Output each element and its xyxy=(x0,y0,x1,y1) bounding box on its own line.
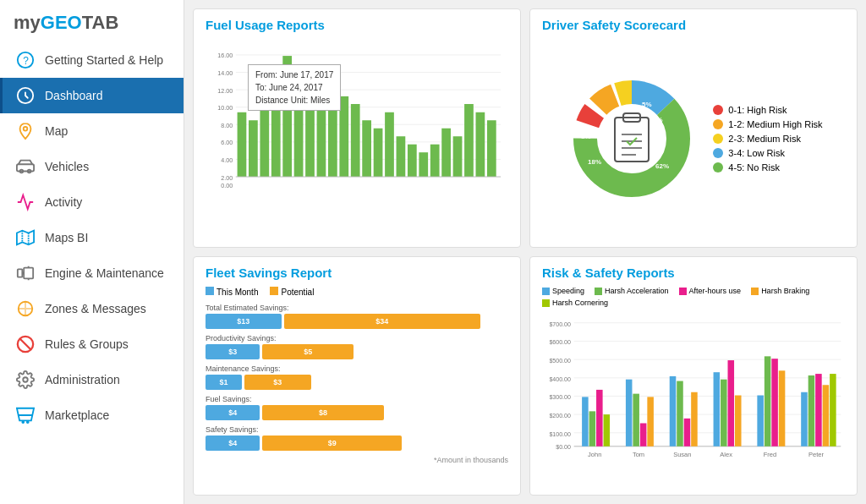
driver-safety-title: Driver Safety Scorecard xyxy=(542,18,845,32)
svg-rect-53 xyxy=(476,112,485,177)
svg-text:16.00: 16.00 xyxy=(217,53,233,60)
tooltip-line3: Distance Unit: Miles xyxy=(255,94,333,107)
harsh-braking-sq xyxy=(751,288,759,295)
sidebar-item-activity[interactable]: Activity xyxy=(0,184,184,220)
svg-rect-113 xyxy=(779,370,786,446)
medium-risk-dot xyxy=(713,134,723,144)
activity-icon xyxy=(14,191,36,213)
fleet-savings-panel: Fleet Savings Report This Month Potentia… xyxy=(193,256,521,496)
svg-rect-48 xyxy=(419,152,428,177)
maintenance-savings-section: Maintenance Savings: $1 $3 xyxy=(206,364,508,390)
harsh-accel-label: Harsh Acceleration xyxy=(605,287,669,295)
sidebar-item-marketplace[interactable]: Marketplace xyxy=(0,397,184,433)
no-risk-label: 4-5: No Risk xyxy=(728,162,780,173)
safety-potential-bar: $9 xyxy=(262,436,402,451)
maps-bi-icon xyxy=(14,227,36,249)
svg-text:7%: 7% xyxy=(653,116,663,123)
main-content: Fuel Usage Reports From: June 17, 2017 T… xyxy=(184,0,866,504)
svg-rect-8 xyxy=(24,268,33,279)
this-month-legend: This Month xyxy=(206,287,258,297)
svg-text:$600.00: $600.00 xyxy=(549,339,571,345)
sidebar-item-vehicles[interactable]: Vehicles xyxy=(0,149,184,184)
harsh-accel-sq xyxy=(595,288,602,295)
svg-text:?: ? xyxy=(23,55,29,67)
safety-savings-section: Safety Savings: $4 $9 xyxy=(206,425,508,451)
svg-text:$200.00: $200.00 xyxy=(549,413,571,419)
fleet-footnote: *Amount in thousands xyxy=(206,456,508,464)
svg-text:4.00: 4.00 xyxy=(221,157,233,164)
fuel-savings-section: Fuel Savings: $4 $8 xyxy=(206,395,508,420)
svg-rect-118 xyxy=(823,385,830,446)
low-risk-label: 3-4: Low Risk xyxy=(728,148,785,158)
svg-rect-117 xyxy=(815,374,822,446)
donut-area: 5% 7% 8% 18% 62% 0-1: High Risk 1-2: Med… xyxy=(542,39,845,238)
sidebar-item-label: Vehicles xyxy=(45,160,89,173)
marketplace-icon xyxy=(14,404,36,426)
safety-savings-label: Safety Savings: xyxy=(206,425,508,434)
after-hours-legend: After-hours use xyxy=(679,287,742,295)
map-icon xyxy=(14,120,36,142)
productivity-potential-bar: $5 xyxy=(262,344,353,359)
svg-rect-33 xyxy=(249,120,258,177)
sidebar-item-map[interactable]: Map xyxy=(0,113,184,149)
fuel-savings-label: Fuel Savings: xyxy=(206,395,508,403)
low-risk-dot xyxy=(713,148,723,158)
svg-text:John: John xyxy=(588,451,601,458)
svg-rect-95 xyxy=(626,380,633,446)
svg-rect-103 xyxy=(691,392,698,446)
productivity-savings-section: Productivity Savings: $3 $5 xyxy=(206,334,508,359)
sidebar-item-administration[interactable]: Administration xyxy=(0,362,184,397)
total-savings-bars: $13 $34 xyxy=(206,314,508,329)
safety-legend: 0-1: High Risk 1-2: Medium High Risk 2-3… xyxy=(713,105,822,173)
fuel-this-month-bar: $4 xyxy=(206,405,260,420)
legend-item-high-risk: 0-1: High Risk xyxy=(713,105,822,115)
svg-text:$100.00: $100.00 xyxy=(549,431,571,437)
sidebar-item-engine-maintenance[interactable]: Engine & Maintenance xyxy=(0,255,184,291)
svg-rect-44 xyxy=(374,129,383,177)
svg-text:$700.00: $700.00 xyxy=(549,321,571,327)
sidebar-item-getting-started[interactable]: ? Getting Started & Help xyxy=(0,42,184,78)
svg-text:18%: 18% xyxy=(588,158,601,166)
svg-rect-46 xyxy=(397,136,406,177)
after-hours-sq xyxy=(679,288,687,295)
sidebar-item-zones-messages[interactable]: Zones & Messages xyxy=(0,291,184,326)
sidebar-item-rules-groups[interactable]: Rules & Groups xyxy=(0,326,184,362)
svg-text:$500.00: $500.00 xyxy=(549,358,571,364)
maintenance-this-month-bar: $1 xyxy=(206,375,242,390)
sidebar-item-label: Rules & Groups xyxy=(45,337,129,351)
svg-rect-51 xyxy=(453,136,463,177)
svg-point-14 xyxy=(27,421,29,423)
svg-text:Susan: Susan xyxy=(673,451,691,458)
logo-geo: GEO xyxy=(41,12,82,33)
logo: myGEOTAB xyxy=(0,0,184,42)
svg-rect-92 xyxy=(596,390,603,446)
sidebar-item-label: Map xyxy=(45,124,68,138)
svg-rect-98 xyxy=(647,397,654,446)
legend-item-no-risk: 4-5: No Risk xyxy=(713,162,822,173)
productivity-bars: $3 $5 xyxy=(206,344,508,359)
svg-rect-35 xyxy=(271,104,281,177)
svg-text:10.00: 10.00 xyxy=(217,105,233,112)
sidebar-item-dashboard[interactable]: Dashboard xyxy=(0,78,184,113)
svg-rect-119 xyxy=(830,374,836,446)
sidebar-item-label: Activity xyxy=(45,195,82,209)
svg-rect-49 xyxy=(430,145,440,177)
sidebar-item-label: Zones & Messages xyxy=(45,302,146,315)
svg-rect-91 xyxy=(589,411,596,446)
fleet-savings-title: Fleet Savings Report xyxy=(206,266,508,280)
svg-rect-42 xyxy=(351,104,360,177)
risk-legend: Speeding Harsh Acceleration After-hours … xyxy=(542,287,845,307)
sidebar-item-maps-bi[interactable]: Maps BI xyxy=(0,220,184,255)
high-risk-label: 0-1: High Risk xyxy=(728,105,787,115)
svg-text:Peter: Peter xyxy=(808,451,824,458)
svg-rect-96 xyxy=(633,394,639,446)
tooltip-line2: To: June 24, 2017 xyxy=(255,81,333,94)
svg-rect-105 xyxy=(714,372,721,446)
svg-rect-97 xyxy=(640,423,647,446)
svg-point-3 xyxy=(24,127,28,131)
svg-text:2.00: 2.00 xyxy=(221,175,233,182)
driver-safety-panel: Driver Safety Scorecard xyxy=(529,8,858,248)
svg-point-12 xyxy=(23,377,28,382)
total-this-month-bar: $13 xyxy=(206,314,282,329)
svg-rect-54 xyxy=(487,120,496,177)
